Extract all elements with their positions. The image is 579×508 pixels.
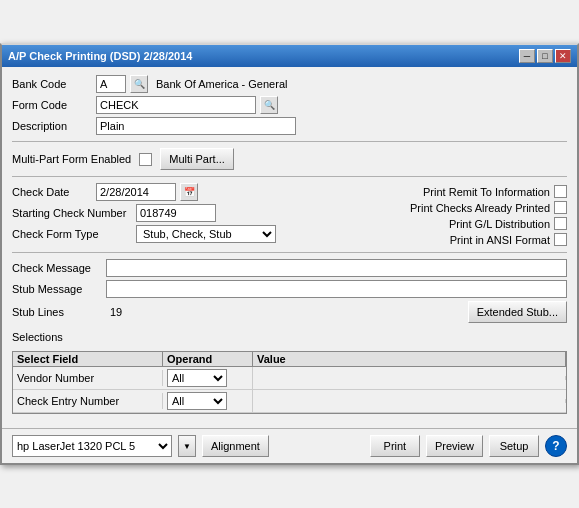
stub-message-row: Stub Message	[12, 280, 567, 298]
check-entry-value-cell	[253, 399, 566, 403]
window-controls: ─ □ ✕	[519, 49, 571, 63]
bank-code-row: Bank Code 🔍 Bank Of America - General	[12, 75, 567, 93]
col-header-operand: Operand	[163, 352, 253, 366]
stub-message-input[interactable]	[106, 280, 567, 298]
right-column: Print Remit To Information Print Checks …	[347, 183, 567, 246]
print-gl-row: Print G/L Distribution	[347, 217, 567, 230]
print-button[interactable]: Print	[370, 435, 420, 457]
print-gl-label: Print G/L Distribution	[449, 218, 550, 230]
printer-select[interactable]: hp LaserJet 1320 PCL 5	[12, 435, 172, 457]
vendor-value-cell	[253, 376, 566, 380]
check-form-select[interactable]: Stub, Check, Stub Check, Stub Check Only	[136, 225, 276, 243]
print-remit-row: Print Remit To Information	[347, 185, 567, 198]
check-message-label: Check Message	[12, 262, 102, 274]
check-entry-cell: Check Entry Number	[13, 393, 163, 409]
form-code-row: Form Code 🔍	[12, 96, 567, 114]
help-button[interactable]: ?	[545, 435, 567, 457]
maximize-button[interactable]: □	[537, 49, 553, 63]
col-header-field: Select Field	[13, 352, 163, 366]
close-button[interactable]: ✕	[555, 49, 571, 63]
window-title: A/P Check Printing (DSD) 2/28/2014	[8, 50, 192, 62]
check-form-type-row: Check Form Type Stub, Check, Stub Check,…	[12, 225, 337, 243]
stub-lines-row: Stub Lines 19 Extended Stub...	[12, 301, 567, 323]
vendor-number-cell: Vendor Number	[13, 370, 163, 386]
main-grid: Check Date 📅 Starting Check Number Check…	[12, 183, 567, 246]
description-row: Description	[12, 117, 567, 135]
left-column: Check Date 📅 Starting Check Number Check…	[12, 183, 337, 246]
minimize-button[interactable]: ─	[519, 49, 535, 63]
print-ansi-label: Print in ANSI Format	[450, 234, 550, 246]
starting-check-row: Starting Check Number	[12, 204, 337, 222]
check-message-input[interactable]	[106, 259, 567, 277]
check-form-label: Check Form Type	[12, 228, 132, 240]
table-row: Check Entry Number All Range Value	[13, 390, 566, 413]
divider-2	[12, 176, 567, 177]
bank-code-input[interactable]	[96, 75, 126, 93]
form-code-input[interactable]	[96, 96, 256, 114]
alignment-button[interactable]: Alignment	[202, 435, 269, 457]
print-checks-label: Print Checks Already Printed	[410, 202, 550, 214]
starting-check-input[interactable]	[136, 204, 216, 222]
print-ansi-row: Print in ANSI Format	[347, 233, 567, 246]
multipart-label: Multi-Part Form Enabled	[12, 153, 131, 165]
bank-code-search-icon[interactable]: 🔍	[130, 75, 148, 93]
print-gl-checkbox[interactable]	[554, 217, 567, 230]
divider-3	[12, 252, 567, 253]
divider-1	[12, 141, 567, 142]
description-label: Description	[12, 120, 92, 132]
stub-lines-value: 19	[110, 306, 464, 318]
bank-code-label: Bank Code	[12, 78, 92, 90]
preview-button[interactable]: Preview	[426, 435, 483, 457]
check-date-label: Check Date	[12, 186, 92, 198]
multipart-section: Multi-Part Form Enabled Multi Part...	[12, 148, 567, 170]
multipart-button[interactable]: Multi Part...	[160, 148, 234, 170]
print-remit-label: Print Remit To Information	[423, 186, 550, 198]
setup-button[interactable]: Setup	[489, 435, 539, 457]
right-options: Print Remit To Information Print Checks …	[347, 183, 567, 246]
stub-message-label: Stub Message	[12, 283, 102, 295]
form-code-label: Form Code	[12, 99, 92, 111]
vendor-operand-select[interactable]: All Range Value	[167, 369, 227, 387]
check-date-row: Check Date 📅	[12, 183, 337, 201]
form-content: Bank Code 🔍 Bank Of America - General Fo…	[2, 67, 577, 422]
table-row: Vendor Number All Range Value	[13, 367, 566, 390]
bottom-bar: hp LaserJet 1320 PCL 5 ▼ Alignment Print…	[2, 428, 577, 463]
main-window: A/P Check Printing (DSD) 2/28/2014 ─ □ ✕…	[0, 43, 579, 465]
print-ansi-checkbox[interactable]	[554, 233, 567, 246]
selections-table: Select Field Operand Value Vendor Number…	[12, 351, 567, 414]
check-entry-operand-cell: All Range Value	[163, 390, 253, 412]
multipart-checkbox[interactable]	[139, 153, 152, 166]
print-checks-row: Print Checks Already Printed	[347, 201, 567, 214]
col-header-value: Value	[253, 352, 566, 366]
printer-dropdown-arrow[interactable]: ▼	[178, 435, 196, 457]
extended-stub-button[interactable]: Extended Stub...	[468, 301, 567, 323]
check-message-row: Check Message	[12, 259, 567, 277]
form-code-search-icon[interactable]: 🔍	[260, 96, 278, 114]
print-remit-checkbox[interactable]	[554, 185, 567, 198]
title-bar: A/P Check Printing (DSD) 2/28/2014 ─ □ ✕	[2, 45, 577, 67]
vendor-operand-cell: All Range Value	[163, 367, 253, 389]
check-entry-operand-select[interactable]: All Range Value	[167, 392, 227, 410]
calendar-icon[interactable]: 📅	[180, 183, 198, 201]
selections-label: Selections	[12, 331, 567, 343]
starting-check-label: Starting Check Number	[12, 207, 132, 219]
table-header: Select Field Operand Value	[13, 352, 566, 367]
print-checks-checkbox[interactable]	[554, 201, 567, 214]
description-input[interactable]	[96, 117, 296, 135]
check-date-input[interactable]	[96, 183, 176, 201]
stub-lines-label: Stub Lines	[12, 306, 102, 318]
bank-name-text: Bank Of America - General	[156, 78, 287, 90]
selections-container: Selections Select Field Operand Value Ve…	[12, 331, 567, 414]
